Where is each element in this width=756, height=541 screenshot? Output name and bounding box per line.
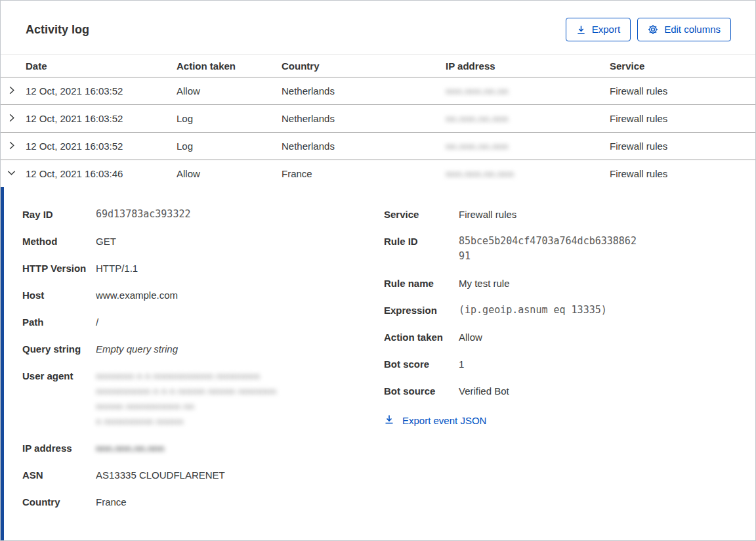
field-label-asn: ASN	[22, 467, 96, 483]
field-value-query-string: Empty query string	[96, 341, 178, 357]
field-label-path: Path	[22, 314, 96, 330]
cell-action-taken: Allow	[177, 85, 282, 97]
activity-log-panel: Activity log Export Edit columns	[0, 0, 756, 541]
chevron-right-icon	[7, 113, 16, 125]
cell-country: Netherlands	[282, 85, 446, 97]
expand-row-button[interactable]	[7, 113, 16, 125]
cell-ip-address-redacted: nn.nnn.nn.nnn	[446, 141, 509, 152]
chevron-right-icon	[7, 85, 16, 97]
cell-date: 12 Oct, 2021 16:03:46	[26, 168, 177, 179]
cell-service: Firewall rules	[610, 85, 755, 97]
table-header-row: Date Action taken Country IP address Ser…	[1, 54, 755, 77]
cell-ip-address-redacted: nnn.nnn.nn.nnn	[446, 168, 514, 179]
cell-action-taken: Allow	[177, 168, 282, 179]
field-label-ray-id: Ray ID	[22, 207, 96, 222]
cell-country: France	[282, 168, 446, 179]
cell-action-taken: Log	[177, 141, 282, 152]
table-row[interactable]: 12 Oct, 2021 16:03:52 Log Netherlands nn…	[1, 133, 755, 160]
field-value-action-taken: Allow	[459, 330, 482, 345]
field-label-bot-source: Bot source	[384, 383, 459, 399]
export-event-json-link[interactable]: Export event JSON	[384, 414, 486, 427]
cell-service: Firewall rules	[610, 141, 755, 152]
cell-date: 12 Oct, 2021 16:03:52	[26, 113, 177, 124]
cell-country: Netherlands	[282, 141, 446, 152]
event-detail-panel: Ray ID69d13783ac393322 MethodGET HTTP Ve…	[1, 187, 755, 540]
download-icon	[384, 414, 394, 427]
cell-ip-address-redacted: nnn.nnn.nn.nn	[446, 85, 509, 97]
user-agent-line: nnnnnnnnnn n n n nnnnn nnnnn nnnnnnn	[96, 383, 276, 399]
table-row[interactable]: 12 Oct, 2021 16:03:52 Log Netherlands nn…	[1, 105, 755, 133]
field-label-rule-id: Rule ID	[384, 234, 459, 264]
field-value-ip-address-redacted: nnn.nnn.nn.nnn	[96, 441, 164, 456]
cell-action-taken: Log	[177, 113, 282, 124]
field-label-country: Country	[22, 494, 96, 509]
expand-row-button[interactable]	[7, 85, 16, 97]
field-value-bot-score: 1	[459, 357, 464, 372]
column-header-country: Country	[282, 60, 446, 72]
page-title: Activity log	[26, 23, 89, 37]
field-value-expression: (ip.geoip.asnum eq 13335)	[459, 303, 607, 318]
field-value-user-agent-redacted: nnnnnnn n n nnnnnnnnnnn nnnnnnnn nnnnnnn…	[96, 368, 276, 429]
cell-service: Firewall rules	[610, 168, 755, 179]
field-label-expression: Expression	[384, 303, 459, 318]
column-header-date: Date	[26, 60, 177, 72]
cell-ip-address-redacted: nn.nnn.nn.nnn	[446, 113, 509, 124]
edit-columns-button[interactable]: Edit columns	[637, 18, 731, 41]
table-row[interactable]: 12 Oct, 2021 16:03:52 Allow Netherlands …	[1, 77, 755, 105]
field-value-host: www.example.com	[96, 288, 178, 303]
user-agent-line: nnnnn nnnnnnnnnn nn	[96, 399, 276, 414]
field-label-ip-address: IP address	[22, 441, 96, 456]
export-button-label: Export	[592, 23, 620, 36]
field-value-bot-source: Verified Bot	[459, 383, 509, 399]
field-label-http-version: HTTP Version	[22, 261, 96, 276]
field-value-rule-id: 85bce5b204cf4703a764dcb633886291	[459, 234, 637, 264]
field-value-method: GET	[96, 234, 116, 249]
column-header-service: Service	[610, 60, 755, 72]
field-label-user-agent: User agent	[22, 368, 96, 429]
download-icon	[576, 25, 586, 35]
cell-country: Netherlands	[282, 113, 446, 124]
field-label-method: Method	[22, 234, 96, 249]
field-value-service: Firewall rules	[459, 207, 516, 222]
topbar: Activity log Export Edit columns	[1, 1, 755, 54]
cell-date: 12 Oct, 2021 16:03:52	[26, 141, 177, 152]
expand-row-button[interactable]	[7, 141, 16, 152]
export-button[interactable]: Export	[566, 18, 631, 41]
detail-right-column: ServiceFirewall rules Rule ID85bce5b204c…	[384, 207, 755, 540]
collapse-row-button[interactable]	[7, 168, 16, 180]
toolbar: Export Edit columns	[566, 18, 731, 41]
field-value-http-version: HTTP/1.1	[96, 261, 138, 276]
field-value-asn: AS13335 CLOUDFLARENET	[96, 467, 225, 483]
user-agent-line: n nnnnnnnnn nnnnn	[96, 414, 276, 429]
cell-service: Firewall rules	[610, 113, 755, 124]
gear-icon	[648, 24, 658, 35]
field-label-query-string: Query string	[22, 341, 96, 357]
field-label-bot-score: Bot score	[384, 357, 459, 372]
field-label-rule-name: Rule name	[384, 276, 459, 291]
table-row-expanded[interactable]: 12 Oct, 2021 16:03:46 Allow France nnn.n…	[1, 160, 755, 187]
field-value-path: /	[96, 314, 98, 330]
column-header-ip-address: IP address	[446, 60, 610, 72]
field-label-host: Host	[22, 288, 96, 303]
export-event-json-label: Export event JSON	[402, 415, 486, 426]
field-label-service: Service	[384, 207, 459, 222]
chevron-down-icon	[7, 168, 16, 180]
cell-date: 12 Oct, 2021 16:03:52	[26, 85, 177, 97]
column-header-action-taken: Action taken	[177, 60, 282, 72]
user-agent-line: nnnnnnn n n nnnnnnnnnnn nnnnnnnn	[96, 368, 276, 383]
field-value-ray-id: 69d13783ac393322	[96, 207, 191, 222]
edit-columns-button-label: Edit columns	[664, 23, 721, 36]
detail-left-column: Ray ID69d13783ac393322 MethodGET HTTP Ve…	[22, 207, 384, 540]
field-value-country: France	[96, 494, 127, 509]
field-label-action-taken: Action taken	[384, 330, 459, 345]
field-value-rule-name: My test rule	[459, 276, 510, 291]
chevron-right-icon	[7, 141, 16, 152]
